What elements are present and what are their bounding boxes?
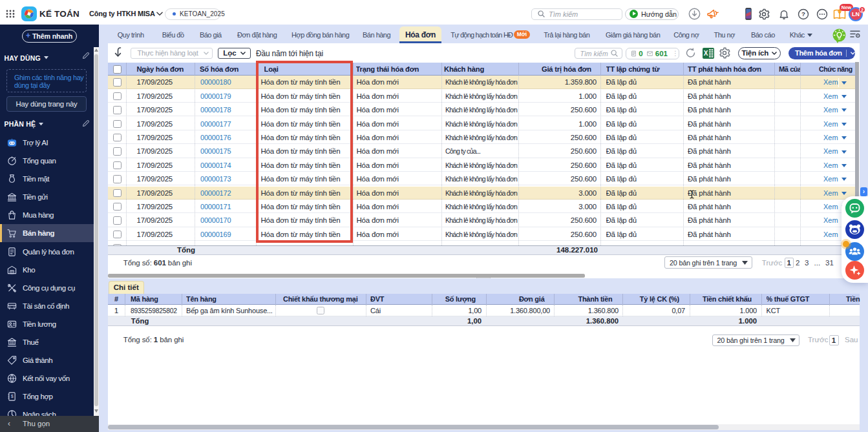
svg-text:?: ? [801, 10, 805, 17]
svg-text:$: $ [11, 394, 14, 398]
svg-text:X: X [703, 50, 708, 57]
